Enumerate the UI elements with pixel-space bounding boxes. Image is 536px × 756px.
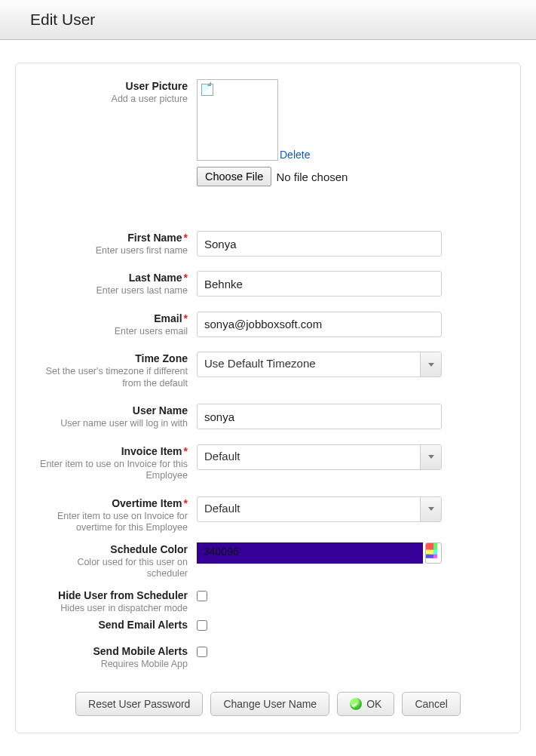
label-overtime-item: Overtime Item* xyxy=(38,497,188,510)
label-username: User Name xyxy=(38,404,188,417)
schedule-color-input[interactable]: 340096 xyxy=(197,542,423,564)
label-invoice-item: Invoice Item* xyxy=(38,445,188,458)
page-title: Edit User xyxy=(30,11,536,29)
cancel-button[interactable]: Cancel xyxy=(402,692,461,716)
row-first-name: First Name* Enter users first name xyxy=(38,230,498,257)
hint-user-picture: Add a user picture xyxy=(38,94,188,106)
row-hide-user: Hide User from Scheduler Hides user in d… xyxy=(38,588,498,614)
label-hide-user: Hide User from Scheduler xyxy=(38,589,188,602)
overtime-item-select[interactable]: Default xyxy=(197,496,442,522)
reset-password-button[interactable]: Reset User Password xyxy=(75,692,203,716)
hint-invoice-item: Enter item to use on Invoice for this Em… xyxy=(38,459,188,482)
label-timezone: Time Zone xyxy=(38,352,188,365)
hint-first-name: Enter users first name xyxy=(38,245,188,257)
chevron-down-icon xyxy=(420,497,441,521)
label-send-mobile: Send Mobile Alerts xyxy=(38,645,188,658)
choose-file-button[interactable]: Choose File xyxy=(197,167,271,186)
send-email-checkbox[interactable] xyxy=(197,620,207,631)
timezone-select[interactable]: Use Default Timezone xyxy=(197,352,442,377)
email-input[interactable] xyxy=(197,312,442,337)
page-header: Edit User xyxy=(0,0,536,40)
send-mobile-checkbox[interactable] xyxy=(197,647,207,657)
row-invoice-item: Invoice Item* Enter item to use on Invoi… xyxy=(38,444,498,482)
label-last-name: Last Name* xyxy=(38,272,188,284)
hint-hide-user: Hides user in dispatcher mode xyxy=(38,603,188,615)
label-email: Email* xyxy=(38,312,188,325)
label-send-email: Send Email Alerts xyxy=(38,619,188,632)
hint-send-mobile: Requires Mobile App xyxy=(38,659,188,671)
ok-button[interactable]: OK xyxy=(337,692,394,716)
chevron-down-icon xyxy=(420,445,441,469)
change-username-button[interactable]: Change User Name xyxy=(210,692,329,716)
row-user-picture: User Picture Add a user picture Delete C… xyxy=(38,78,498,186)
check-circle-icon xyxy=(350,698,362,710)
color-picker-icon[interactable] xyxy=(425,542,442,564)
label-user-picture: User Picture xyxy=(38,80,188,93)
broken-image-icon xyxy=(201,84,213,96)
row-timezone: Time Zone Set the user's timezone if dif… xyxy=(38,351,498,389)
last-name-input[interactable] xyxy=(197,271,442,297)
row-send-email: Send Email Alerts xyxy=(38,617,498,633)
chevron-down-icon xyxy=(420,352,441,376)
hint-overtime-item: Enter item to use on Invoice for overtim… xyxy=(38,511,188,534)
hint-schedule-color: Color used for this user on scheduler xyxy=(38,557,188,580)
row-overtime-item: Overtime Item* Enter item to use on Invo… xyxy=(38,496,498,534)
row-schedule-color: Schedule Color Color used for this user … xyxy=(38,542,498,580)
label-first-name: First Name* xyxy=(38,232,188,244)
row-send-mobile: Send Mobile Alerts Requires Mobile App xyxy=(38,644,498,670)
hide-user-checkbox[interactable] xyxy=(197,591,207,601)
invoice-item-select[interactable]: Default xyxy=(197,444,442,470)
row-username: User Name User name user will log in wit… xyxy=(38,403,498,429)
first-name-input[interactable] xyxy=(197,231,442,257)
file-chosen-text: No file chosen xyxy=(276,171,348,183)
hint-timezone: Set the user's timezone if different fro… xyxy=(38,366,188,389)
edit-user-form: User Picture Add a user picture Delete C… xyxy=(15,63,521,733)
hint-username: User name user will log in with xyxy=(38,418,188,430)
hint-last-name: Enter users last name xyxy=(38,285,188,297)
row-email: Email* Enter users email xyxy=(38,311,498,337)
row-last-name: Last Name* Enter users last name xyxy=(38,270,498,297)
user-picture-preview xyxy=(197,79,278,161)
label-schedule-color: Schedule Color xyxy=(38,543,188,556)
username-input[interactable] xyxy=(197,404,442,429)
hint-email: Enter users email xyxy=(38,326,188,338)
button-bar: Reset User Password Change User Name OK … xyxy=(38,692,498,716)
delete-picture-link[interactable]: Delete xyxy=(280,149,310,161)
